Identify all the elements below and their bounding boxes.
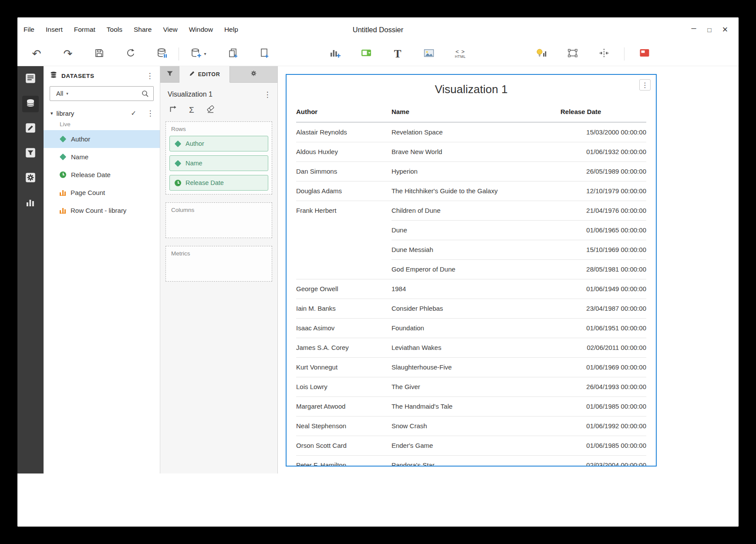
insert-image-button[interactable]: [415, 45, 443, 63]
redo-button[interactable]: ↷: [54, 45, 82, 63]
datasets-menu-button[interactable]: ⋮: [145, 72, 155, 80]
table-row[interactable]: Lois LowryThe Giver26/04/1993 00:00:00: [296, 377, 646, 396]
table-row[interactable]: God Emperor of Dune28/05/1981 00:00:00: [296, 259, 646, 279]
table-row[interactable]: Iain M. BanksConsider Phlebas23/04/1987 …: [296, 299, 646, 318]
minimize-button[interactable]: –: [687, 23, 700, 36]
insert-visualization-button[interactable]: [321, 45, 349, 63]
tab-filter[interactable]: [160, 66, 179, 82]
rows-dropzone[interactable]: Rows AuthorNameRelease Date: [165, 121, 272, 195]
presentation-mode-button[interactable]: [631, 45, 658, 63]
tab-editor[interactable]: EDITOR: [179, 66, 230, 83]
dataset-field[interactable]: Author: [44, 130, 160, 148]
table-row[interactable]: George Orwell198401/06/1949 00:00:00: [296, 279, 646, 299]
menu-item[interactable]: Format: [74, 26, 95, 34]
table-row[interactable]: Isaac AsimovFoundation01/06/1951 00:00:0…: [296, 318, 646, 338]
menu-item[interactable]: Tools: [107, 26, 122, 34]
close-button[interactable]: ×: [719, 23, 732, 36]
column-header-release-date[interactable]: Release Date: [560, 102, 646, 122]
column-header-author[interactable]: Author: [296, 102, 392, 122]
zone-chip[interactable]: Author: [169, 136, 268, 151]
table-row[interactable]: Dan SimmonsHyperion26/05/1989 00:00:00: [296, 161, 646, 181]
cell-name: Pandora's Star: [392, 455, 560, 467]
cell-release-date: 02/03/2004 00:00:00: [560, 455, 646, 467]
sidebar-item-datasets[interactable]: [22, 96, 39, 112]
dataset-field[interactable]: Row Count - library: [44, 201, 160, 219]
swap-axes-icon[interactable]: [169, 104, 177, 115]
dataset-menu-button[interactable]: ⋮: [146, 110, 155, 117]
insert-filter-button[interactable]: [352, 45, 380, 63]
cell-name: The Handmaid's Tale: [392, 396, 560, 416]
add-page-button[interactable]: [250, 45, 278, 63]
sidebar-item-editor[interactable]: [22, 121, 39, 137]
search-icon[interactable]: [141, 90, 149, 97]
table-row[interactable]: Alastair ReynoldsRevelation Space15/03/2…: [296, 122, 646, 142]
cell-release-date: 26/05/1989 00:00:00: [560, 161, 646, 181]
add-data-button[interactable]: ▾: [182, 45, 216, 63]
menu-item[interactable]: Share: [134, 26, 152, 34]
pencil-icon: [24, 122, 37, 136]
column-header-name[interactable]: Name: [392, 102, 560, 122]
table-row[interactable]: Margaret AtwoodThe Handmaid's Tale01/06/…: [296, 396, 646, 416]
page-break-icon: [598, 47, 610, 60]
page-break-button[interactable]: [590, 45, 618, 63]
menu-item[interactable]: File: [24, 26, 34, 34]
menu-item[interactable]: View: [163, 26, 177, 34]
table-row[interactable]: Dune01/06/1965 00:00:00: [296, 220, 646, 240]
insert-html-button[interactable]: < > HTML: [446, 45, 474, 63]
menu-item[interactable]: Window: [189, 26, 213, 34]
visualization-menu-button[interactable]: ⋮: [263, 91, 272, 98]
undo-button[interactable]: ↶: [23, 45, 51, 63]
dataset-field[interactable]: Page Count: [44, 184, 160, 201]
maximize-button[interactable]: □: [703, 23, 716, 36]
tree-collapse-icon[interactable]: ▾: [51, 111, 53, 116]
visualization-panel[interactable]: ⋮ Visualization 1 Author Name Release Da…: [286, 74, 657, 467]
cell-release-date: 01/06/1992 00:00:00: [560, 416, 646, 436]
duplicate-page-button[interactable]: [219, 45, 247, 63]
menu-item[interactable]: Insert: [46, 26, 63, 34]
dataset-search-filter[interactable]: All ▾: [50, 86, 154, 101]
metrics-dropzone[interactable]: Metrics: [165, 246, 272, 282]
zone-chip[interactable]: Release Date: [169, 175, 268, 191]
sidebar-item-settings[interactable]: [22, 170, 39, 187]
insert-text-button[interactable]: T: [384, 45, 412, 63]
sidebar-item-gallery[interactable]: [22, 195, 39, 212]
table-row[interactable]: Dune Messiah15/10/1969 00:00:00: [296, 240, 646, 259]
sigma-icon[interactable]: Σ: [189, 106, 194, 114]
cell-author: [296, 220, 392, 240]
dataset-tree-item[interactable]: ▾ library ✓ ⋮: [44, 105, 160, 121]
cell-author: James S.A. Corey: [296, 338, 392, 357]
table-row[interactable]: Neal StephensonSnow Crash01/06/1992 00:0…: [296, 416, 646, 436]
table-row[interactable]: Douglas AdamsThe Hitchhiker's Guide to t…: [296, 181, 646, 201]
insights-button[interactable]: [527, 45, 555, 63]
cell-name: The Hitchhiker's Guide to the Galaxy: [392, 181, 560, 201]
html-code-icon: < > HTML: [455, 49, 466, 59]
sidebar-item-filters[interactable]: [22, 145, 39, 162]
cell-release-date: 01/06/1965 00:00:00: [560, 220, 646, 240]
zone-chip[interactable]: Name: [169, 155, 268, 171]
tab-settings[interactable]: [230, 66, 277, 82]
refresh-button[interactable]: [117, 45, 145, 63]
cell-name: Foundation: [392, 318, 560, 338]
free-form-layout-button[interactable]: [559, 45, 587, 63]
eraser-icon[interactable]: [206, 104, 215, 115]
field-label: Author: [71, 135, 90, 143]
table-row[interactable]: James S.A. CoreyLeviathan Wakes02/06/201…: [296, 338, 646, 357]
save-button[interactable]: [85, 45, 113, 63]
columns-dropzone[interactable]: Columns: [165, 202, 272, 238]
datasets-panel: DATASETS ⋮ All ▾ ▾ library ✓ ⋮ Live Auth…: [44, 66, 160, 473]
table-row[interactable]: Aldous HuxleyBrave New World01/06/1932 0…: [296, 142, 646, 161]
manage-datasets-button[interactable]: [148, 45, 176, 63]
menu-item[interactable]: Help: [224, 26, 238, 34]
dataset-field[interactable]: Release Date: [44, 166, 160, 184]
table-row[interactable]: Orson Scott CardEnder's Game01/06/1985 0…: [296, 436, 646, 455]
dossier-canvas[interactable]: ⋮ Visualization 1 Author Name Release Da…: [278, 66, 739, 473]
table-row[interactable]: Kurt VonnegutSlaughterhouse-Five01/06/19…: [296, 357, 646, 377]
table-row[interactable]: Peter F. HamiltonPandora's Star02/03/200…: [296, 455, 646, 467]
dataset-field[interactable]: Name: [44, 148, 160, 166]
cell-name: Snow Crash: [392, 416, 560, 436]
toolbar: ↶ ↷ ▾ T < > HTML: [17, 42, 739, 66]
dataset-mode-label: Live: [44, 121, 160, 130]
table-row[interactable]: Frank HerbertChildren of Dune21/04/1976 …: [296, 201, 646, 220]
visualization-options-button[interactable]: ⋮: [639, 79, 651, 91]
sidebar-item-contents[interactable]: [22, 71, 39, 87]
